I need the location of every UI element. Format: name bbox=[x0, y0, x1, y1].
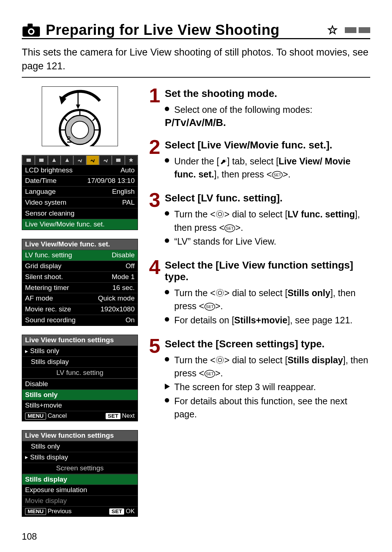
menu-option: Stills display bbox=[22, 474, 138, 485]
step-heading: Set the shooting mode. bbox=[165, 88, 370, 99]
menu-row-label: LCD brightness bbox=[25, 167, 73, 174]
left-column: P bbox=[22, 86, 138, 517]
menu-tab bbox=[61, 155, 73, 165]
svg-point-32 bbox=[218, 291, 222, 295]
step-bullet: Select one of the following modes: bbox=[165, 103, 370, 116]
step-number: 1 bbox=[147, 86, 162, 128]
menu-row: Sound recordingOn bbox=[22, 315, 138, 326]
instruction-step: 2Select [Live View/Movie func. set.].Und… bbox=[147, 138, 370, 182]
svg-marker-21 bbox=[65, 158, 69, 162]
triangle-bullet-icon bbox=[165, 384, 170, 389]
menu-row-label: Sensor cleaning bbox=[25, 210, 74, 217]
lvfs1-menu-screenshot: Live View function settings ▸Stills only… bbox=[22, 335, 138, 421]
step-bullet: Turn the <> dial to select [LV func. set… bbox=[165, 208, 370, 234]
menu-option: Stills only bbox=[22, 441, 138, 452]
svg-marker-23 bbox=[129, 158, 133, 162]
pointer-icon: ▸ bbox=[25, 348, 28, 355]
step-heading: Select [Live View/Movie func. set.]. bbox=[165, 139, 370, 151]
menu-row-label: AF mode bbox=[25, 295, 53, 302]
menu-row-value: PAL bbox=[122, 199, 135, 207]
bullet-icon bbox=[165, 290, 169, 294]
menu-header: Live View/Movie func. set. bbox=[22, 239, 138, 250]
menu-row: LanguageEnglish bbox=[22, 186, 138, 197]
svg-rect-22 bbox=[116, 159, 121, 162]
menu-tab bbox=[35, 155, 48, 165]
menu-row-value: Mode 1 bbox=[112, 273, 135, 281]
pointer-icon: ▸ bbox=[25, 454, 28, 461]
bullet-icon bbox=[165, 398, 169, 402]
step-number: 3 bbox=[147, 191, 162, 249]
setup-menu-screenshot: LCD brightnessAutoDate/Time17/09/'08 13:… bbox=[22, 155, 138, 230]
svg-point-3 bbox=[29, 30, 33, 33]
menu-option-label: Stills only bbox=[25, 391, 58, 399]
menu-row-value: 16 sec. bbox=[113, 284, 135, 292]
menu-row-label: Date/Time bbox=[25, 177, 57, 185]
svg-text:SET: SET bbox=[226, 226, 234, 230]
set-button-icon: SET bbox=[224, 224, 235, 232]
menu-row: Video systemPAL bbox=[22, 197, 138, 208]
step-bullet: Turn the <> dial to select [Stills only]… bbox=[165, 286, 370, 313]
quick-control-dial-icon bbox=[216, 289, 224, 297]
menu-header: Live View function settings bbox=[22, 335, 138, 345]
menu-tab bbox=[112, 155, 124, 165]
manual-page: Preparing for Live View Shooting This se… bbox=[0, 0, 392, 552]
lvfunc-menu-screenshot: Live View/Movie func. set. LV func. sett… bbox=[22, 239, 138, 326]
bullet-icon bbox=[165, 107, 169, 111]
svg-point-28 bbox=[218, 212, 222, 216]
menu-row-value: Disable bbox=[112, 252, 135, 259]
svg-marker-20 bbox=[52, 158, 56, 162]
step-number: 4 bbox=[147, 258, 162, 327]
set-btn-label: SET bbox=[106, 413, 121, 419]
menu-row-label: Video system bbox=[25, 199, 66, 207]
step-heading: Select the [Live View function settings]… bbox=[165, 259, 370, 283]
menu-subhead: Screen settings bbox=[22, 463, 138, 474]
step-bullet: The screen for step 3 will reappear. bbox=[165, 380, 370, 393]
menu-row-label: Live View/Movie func. set. bbox=[25, 221, 105, 228]
menu-row-label: Language bbox=[25, 188, 56, 196]
step-bullet: Turn the <> dial to select [Stills displ… bbox=[165, 353, 370, 380]
quick-control-dial-icon bbox=[216, 210, 224, 218]
menu-option: ▸Stills only bbox=[22, 345, 138, 356]
menu-footer-right: OK bbox=[126, 508, 135, 515]
svg-point-27 bbox=[216, 210, 224, 218]
menu-option-label: Stills only bbox=[30, 347, 59, 355]
menu-option-label: Stills+movie bbox=[25, 402, 62, 409]
svg-point-31 bbox=[216, 289, 224, 297]
bullet-icon bbox=[165, 158, 169, 163]
menu-option: Stills+movie bbox=[22, 400, 138, 411]
menu-option: Stills only bbox=[22, 389, 138, 400]
menu-row-value: Off bbox=[126, 262, 135, 270]
menu-tab-bar bbox=[22, 155, 138, 165]
menu-row-value: 1920x1080 bbox=[101, 306, 135, 313]
bullet-icon bbox=[165, 317, 169, 322]
menu-tab bbox=[73, 155, 86, 165]
shooting-modes: P/Tv/Av/M/B. bbox=[165, 117, 370, 128]
menu-row: AF modeQuick mode bbox=[22, 293, 138, 304]
step-bullet: Under the [:] tab, select [Live View/ Mo… bbox=[165, 155, 370, 181]
svg-rect-14 bbox=[67, 142, 72, 143]
svg-point-7 bbox=[71, 121, 89, 139]
menu-row-label: LV func. setting bbox=[25, 252, 72, 259]
page-title-row: Preparing for Live View Shooting bbox=[22, 22, 370, 39]
svg-rect-18 bbox=[26, 159, 31, 162]
heading-decoration bbox=[345, 27, 370, 33]
menu-footer-left: Cancel bbox=[48, 412, 67, 419]
menu-row-label: Movie rec. size bbox=[25, 306, 71, 313]
step-bullet: For details about this function, see the… bbox=[165, 394, 370, 421]
step-heading: Select [LV func. setting]. bbox=[165, 192, 370, 204]
bullet-icon bbox=[165, 357, 169, 361]
svg-point-36 bbox=[218, 358, 222, 362]
page-number: 108 bbox=[22, 531, 370, 542]
menu-row: Sensor cleaning bbox=[22, 208, 138, 219]
set-button-icon: SET bbox=[204, 303, 215, 311]
menu-subhead: LV func. setting bbox=[22, 367, 138, 379]
menu-option-label: Stills display bbox=[31, 358, 69, 366]
svg-text:SET: SET bbox=[206, 372, 214, 376]
mode-dial-figure: P bbox=[22, 86, 138, 146]
intro-text: This sets the camera for Live View shoot… bbox=[22, 46, 370, 73]
menu-row-value: On bbox=[126, 316, 135, 324]
menu-tab bbox=[125, 155, 138, 165]
divider bbox=[22, 77, 370, 78]
step-number: 2 bbox=[147, 138, 162, 182]
menu-option: Movie display bbox=[22, 495, 138, 506]
